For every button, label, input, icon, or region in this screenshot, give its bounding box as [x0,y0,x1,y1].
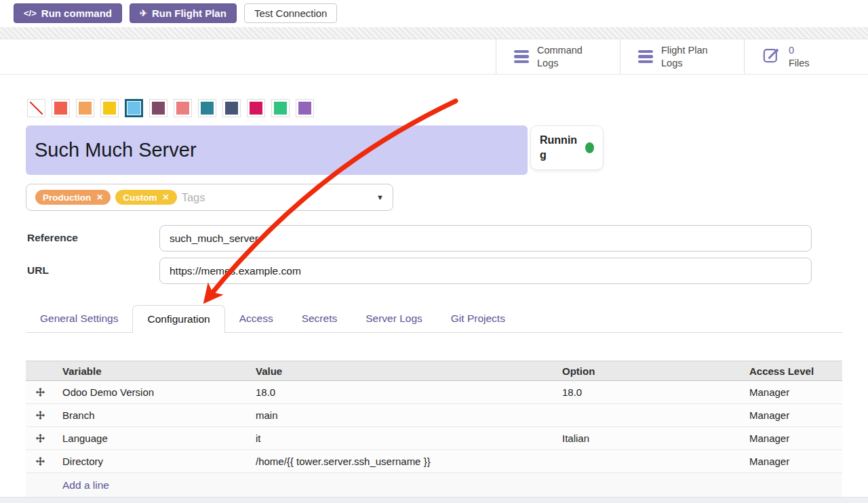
color-swatch-dark-purple[interactable] [149,99,167,117]
remove-tag-icon[interactable]: ✕ [163,193,170,202]
tags-placeholder: Tags [182,191,205,204]
table-header-row: Variable Value Option Access Level [26,361,842,381]
add-a-line-link[interactable]: Add a line [62,479,109,491]
table-row[interactable]: Directory /home/{{ tower.server.ssh_user… [26,450,842,473]
test-connection-label: Test Connection [254,7,328,19]
bottom-divider-band [0,497,868,503]
reference-field-label: Reference [27,232,78,244]
cell-value[interactable]: /home/{{ tower.server.ssh_username }} [248,456,554,467]
list-icon [514,50,529,64]
tab-configuration[interactable]: Configuration [132,305,224,333]
cell-option[interactable]: 18.0 [554,386,741,398]
drag-handle-icon[interactable] [26,434,54,443]
cell-access-level[interactable]: Manager [741,432,842,444]
tags-input[interactable]: Production ✕ Custom ✕ Tags ▼ [26,184,393,211]
status-label: Running [540,133,579,162]
record-title-text: Such Much Server [35,139,197,161]
cell-variable[interactable]: Language [54,432,248,444]
tab-git-projects[interactable]: Git Projects [437,305,519,332]
test-connection-button[interactable]: Test Connection [244,3,338,23]
server-status-button[interactable]: Running [530,125,604,170]
cell-variable[interactable]: Directory [54,456,248,467]
cell-value[interactable]: 18.0 [248,386,554,398]
drag-handle-icon[interactable] [26,457,54,466]
cell-value[interactable]: it [248,432,554,444]
color-swatch-salmon-pink[interactable] [174,99,192,117]
table-row[interactable]: Odoo Demo Version 18.0 18.0 Manager [26,381,842,404]
column-header-access-level[interactable]: Access Level [741,365,842,377]
remove-tag-icon[interactable]: ✕ [96,193,103,202]
files-count: 0 [789,45,794,56]
cell-variable[interactable]: Odoo Demo Version [54,386,248,398]
dropdown-caret-icon[interactable]: ▼ [376,193,384,201]
tag-production[interactable]: Production ✕ [35,190,111,205]
plane-icon: ✈ [140,8,147,18]
list-icon [638,50,653,64]
table-row[interactable]: Branch main Manager [26,404,842,427]
column-header-value[interactable]: Value [248,365,554,377]
color-swatch-red[interactable] [52,99,70,117]
tab-access[interactable]: Access [225,305,288,332]
tab-secrets[interactable]: Secrets [288,305,352,332]
edit-pencil-icon [762,46,781,67]
hatched-divider-band [0,27,868,39]
cell-access-level[interactable]: Manager [741,386,842,398]
run-flight-plan-button[interactable]: ✈ Run Flight Plan [130,3,237,23]
color-swatch-medium-blue[interactable] [198,99,216,117]
color-swatch-yellow[interactable] [100,99,119,117]
url-field-label: URL [27,264,49,277]
drag-handle-icon[interactable] [26,411,54,420]
cell-value[interactable]: main [248,409,554,421]
stat-button-row: Command Logs Flight Plan Logs 0 Files [0,39,868,75]
color-swatch-purple[interactable] [296,99,314,117]
color-picker [27,99,314,117]
configuration-variables-table: Variable Value Option Access Level Odoo … [26,361,842,498]
command-logs-stat-button[interactable]: Command Logs [496,39,620,74]
color-swatch-green[interactable] [271,99,290,117]
url-input[interactable] [159,258,812,284]
drag-handle-icon[interactable] [26,388,54,397]
top-toolbar: </> Run command ✈ Run Flight Plan Test C… [14,3,337,23]
run-flight-plan-label: Run Flight Plan [152,7,226,19]
server-form-page: </> Run command ✈ Run Flight Plan Test C… [0,0,868,503]
cell-access-level[interactable]: Manager [741,456,842,467]
color-swatch-dark-blue[interactable] [222,99,241,117]
table-row[interactable]: Language it Italian Manager [26,427,842,450]
tab-general-settings[interactable]: General Settings [26,305,132,332]
color-swatch-orange[interactable] [76,99,94,117]
color-swatch-fuchsia[interactable] [247,99,265,117]
tab-server-logs[interactable]: Server Logs [351,305,437,332]
run-command-label: Run command [41,7,112,19]
cell-variable[interactable]: Branch [54,409,248,421]
flight-plan-logs-label: Flight Plan Logs [661,44,708,70]
cell-access-level[interactable]: Manager [741,409,842,421]
tag-custom[interactable]: Custom ✕ [115,190,176,205]
record-title[interactable]: Such Much Server [26,125,528,175]
color-swatch-no-color[interactable] [27,99,45,117]
notebook-tabs: General Settings Configuration Access Se… [26,305,842,333]
files-stat-button[interactable]: 0 Files [744,39,868,74]
code-icon: </> [24,8,37,18]
files-count-label: 0 Files [789,44,810,70]
reference-input[interactable] [159,225,812,252]
flight-plan-logs-stat-button[interactable]: Flight Plan Logs [620,39,744,74]
run-command-button[interactable]: </> Run command [14,3,122,23]
color-swatch-light-blue-selected[interactable] [125,99,143,117]
column-header-option[interactable]: Option [554,365,741,377]
cell-option[interactable]: Italian [554,432,741,444]
status-green-dot [585,142,594,153]
add-line-row: Add a line [26,473,842,498]
command-logs-label: Command Logs [537,44,583,70]
column-header-variable[interactable]: Variable [54,365,248,377]
